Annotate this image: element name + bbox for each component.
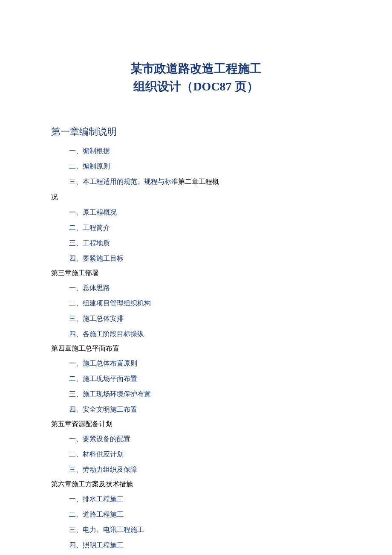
toc-link[interactable]: 一、要紧设备的配置 bbox=[69, 435, 130, 442]
toc-item: 一、排水工程施工 bbox=[51, 494, 341, 504]
toc-item: 一、编制根据 bbox=[51, 146, 341, 156]
chapter-5-heading: 第五章资源配备计划 bbox=[51, 420, 341, 429]
toc-link[interactable]: 二、编制原则 bbox=[69, 163, 110, 170]
toc-link[interactable]: 二、道路工程施工 bbox=[69, 511, 124, 518]
toc-link[interactable]: 四、照明工程施工 bbox=[69, 541, 124, 549]
toc-link[interactable]: 一、原工程概况 bbox=[69, 209, 117, 216]
toc-item: 四、照明工程施工 bbox=[51, 540, 341, 550]
toc-item: 四、安全文明施工布置 bbox=[51, 404, 341, 415]
toc-link[interactable]: 三、劳动力组织及保障 bbox=[69, 466, 137, 473]
toc-item: 三、施工总体安排 bbox=[51, 314, 341, 324]
toc-link[interactable]: 四、安全文明施工布置 bbox=[69, 406, 137, 413]
toc-item: 三、施工现场环境保护布置 bbox=[51, 389, 341, 399]
chapter-3-heading: 第三章施工部署 bbox=[51, 269, 341, 278]
toc-link[interactable]: 二、施工现场平面布置 bbox=[69, 375, 137, 382]
toc-link[interactable]: 三、工程地质 bbox=[69, 239, 110, 247]
toc-link[interactable]: 三、电力、电讯工程施工 bbox=[69, 526, 144, 533]
chapter-1-heading: 第一章编制说明 bbox=[51, 125, 341, 138]
document-page: 某市政道路改造工程施工 组织设计（DOC87 页） 第一章编制说明 一、编制根据… bbox=[0, 0, 392, 555]
document-title: 某市政道路改造工程施工 组织设计（DOC87 页） bbox=[51, 60, 341, 96]
toc-item: 二、材料供应计划 bbox=[51, 449, 341, 459]
toc-item: 三、电力、电讯工程施工 bbox=[51, 525, 341, 535]
toc-item: 三、工程地质 bbox=[51, 238, 341, 248]
title-doc-ref: DOC87 bbox=[193, 80, 231, 93]
toc-link[interactable]: 二、材料供应计划 bbox=[69, 450, 124, 458]
toc-link[interactable]: 一、总体思路 bbox=[69, 284, 110, 291]
chapter-2-heading-inline: 第二章工程概 bbox=[178, 178, 219, 185]
wrap-continuation: 况 bbox=[51, 192, 341, 202]
title-line-2-post: 页） bbox=[232, 80, 259, 93]
toc-item: 二、施工现场平面布置 bbox=[51, 374, 341, 384]
wrap-text: 况 bbox=[51, 193, 58, 200]
toc-link[interactable]: 二、工程简介 bbox=[69, 224, 110, 231]
toc-item: 一、总体思路 bbox=[51, 283, 341, 293]
toc-item: 二、道路工程施工 bbox=[51, 509, 341, 520]
toc-link[interactable]: 三、施工现场环境保护布置 bbox=[69, 390, 151, 398]
toc-item: 三、本工程适用的规范、规程与标准第二章工程概 bbox=[51, 177, 341, 187]
toc-link[interactable]: 一、施工总体布置原则 bbox=[69, 360, 137, 367]
toc-item: 二、工程简介 bbox=[51, 223, 341, 233]
toc-item: 二、组建项目管理组织机构 bbox=[51, 298, 341, 308]
toc-link[interactable]: 四、各施工阶段目标操纵 bbox=[69, 330, 144, 337]
toc-item: 三、劳动力组织及保障 bbox=[51, 465, 341, 475]
toc-item: 四、各施工阶段目标操纵 bbox=[51, 329, 341, 339]
toc-item: 一、原工程概况 bbox=[51, 207, 341, 218]
title-line-2-pre: 组织设计（ bbox=[133, 80, 193, 93]
title-line-1: 某市政道路改造工程施工 bbox=[130, 62, 262, 75]
toc-link[interactable]: 四、要紧施工目标 bbox=[69, 255, 124, 262]
toc-link[interactable]: 二、组建项目管理组织机构 bbox=[69, 299, 151, 307]
toc-link[interactable]: 三、本工程适用的规范、规程与标准 bbox=[69, 178, 178, 185]
toc-link[interactable]: 三、施工总体安排 bbox=[69, 315, 124, 322]
toc-item: 二、编制原则 bbox=[51, 161, 341, 171]
toc-item: 一、要紧设备的配置 bbox=[51, 434, 341, 444]
chapter-4-heading: 第四章施工总平面布置 bbox=[51, 344, 341, 353]
toc-link[interactable]: 一、编制根据 bbox=[69, 147, 110, 154]
toc-link[interactable]: 一、排水工程施工 bbox=[69, 495, 124, 503]
toc-item: 一、施工总体布置原则 bbox=[51, 358, 341, 369]
toc-item: 四、要紧施工目标 bbox=[51, 253, 341, 264]
chapter-6-heading: 第六章施工方案及技术措施 bbox=[51, 480, 341, 489]
